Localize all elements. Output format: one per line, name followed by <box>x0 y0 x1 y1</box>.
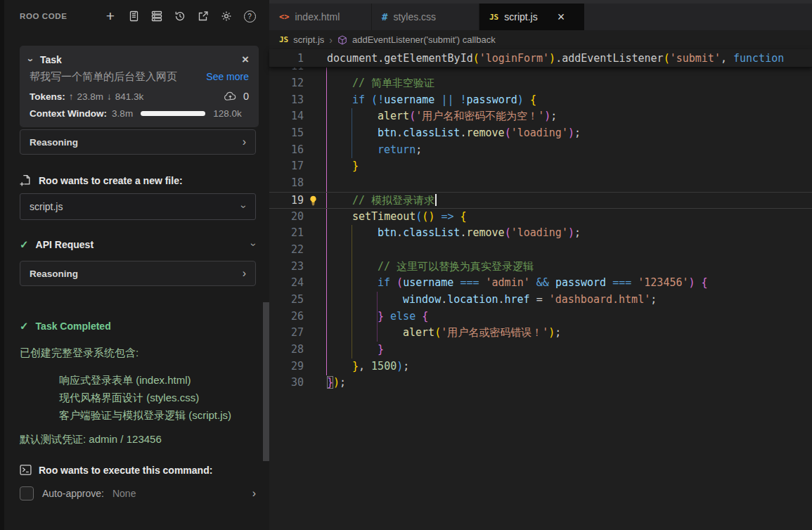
tab-close-icon[interactable]: × <box>558 10 565 25</box>
completion-item: 现代风格界面设计 (styles.css) <box>59 389 259 406</box>
code-line[interactable]: 19// 模拟登录请求 <box>269 192 812 209</box>
sticky-scroll-line[interactable]: 1 document.getElementById('loginForm').a… <box>269 49 812 67</box>
task-completed-row: ✓ Task Completed <box>20 320 259 332</box>
new-task-icon[interactable]: + <box>104 10 117 22</box>
code-line[interactable]: 16return; <box>269 142 812 159</box>
terminal-icon <box>20 464 32 476</box>
tab-styles-css[interactable]: # styles.css <box>372 4 479 30</box>
vscode-window: ROO CODE + <box>0 0 812 530</box>
symbol-callback-icon <box>337 35 347 45</box>
line-number: 13 <box>269 92 304 109</box>
completion-items: 响应式登录表单 (index.html) 现代风格界面设计 (styles.cs… <box>59 371 259 424</box>
cloud-upload-icon <box>224 91 237 101</box>
code-line[interactable]: 27alert('用户名或密码错误！'); <box>269 325 812 342</box>
line-number: 14 <box>269 108 304 125</box>
history-icon[interactable] <box>174 10 186 22</box>
code-line[interactable]: 26} else { <box>269 309 812 325</box>
see-more-link[interactable]: See more <box>206 71 249 82</box>
reasoning-section-2[interactable]: Reasoning › <box>20 261 256 286</box>
task-title: Task <box>40 54 62 65</box>
chevron-down-icon: › <box>239 205 250 209</box>
auto-approve-checkbox[interactable] <box>20 486 34 500</box>
chevron-right-icon[interactable]: › <box>252 487 256 500</box>
sidebar-header: ROO CODE + <box>20 0 259 32</box>
line-number: 21 <box>269 225 304 242</box>
code-line[interactable]: 23// 这里可以替换为真实登录逻辑 <box>269 259 812 276</box>
auto-approve-label: Auto-approve: <box>42 488 104 499</box>
code-line[interactable]: 25window.location.href = 'dashboard.html… <box>269 292 812 309</box>
tab-label: styles.css <box>393 11 436 22</box>
code-line[interactable]: 24if (username === 'admin' && password =… <box>269 275 812 292</box>
settings-gear-icon[interactable] <box>220 10 233 22</box>
code-line[interactable]: 29}, 1500); <box>269 358 812 375</box>
execute-command-label: Roo wants to execute this command: <box>39 465 212 476</box>
chevron-right-icon: › <box>243 267 246 280</box>
task-close-icon[interactable]: × <box>242 53 249 67</box>
code-line[interactable]: 15btn.classList.remove('loading'); <box>269 125 812 142</box>
reasoning-label: Reasoning <box>30 269 78 279</box>
chevron-down-icon: › <box>249 243 260 247</box>
extension-title: ROO CODE <box>20 12 67 20</box>
text-cursor <box>435 194 437 206</box>
line-number: 23 <box>269 259 304 276</box>
tokens-up-value: 23.8m <box>77 91 104 102</box>
auto-approve-row: Auto-approve: None › <box>20 486 256 500</box>
tokens-label: Tokens: <box>30 91 65 102</box>
api-request-row[interactable]: ✓ API Request › <box>20 238 256 251</box>
help-icon[interactable]: ? <box>243 10 256 22</box>
sidebar-edge <box>0 0 4 530</box>
completion-intro: 已创建完整登录系统包含: <box>20 347 259 360</box>
line-number: 22 <box>269 242 304 259</box>
tab-script-js[interactable]: JS script.js × <box>479 4 584 30</box>
task-card: › Task × 帮我写一个简单的后台登入网页 See more Tokens:… <box>20 46 259 127</box>
tokens-up-icon: ↑ <box>69 91 74 102</box>
line-number: 18 <box>269 175 304 192</box>
code-line[interactable]: 21btn.classList.remove('loading'); <box>269 225 812 242</box>
line-number: 29 <box>269 358 304 375</box>
check-icon: ✓ <box>20 320 29 332</box>
auto-approve-value: None <box>112 488 136 499</box>
new-file-dropdown[interactable]: script.js › <box>20 193 256 220</box>
line-number: 12 <box>269 75 304 92</box>
tokens-down-value: 841.3k <box>115 91 144 102</box>
reasoning-section-1[interactable]: Reasoning › <box>20 129 256 155</box>
code-area[interactable]: 1112// 简单非空验证13if (!username || !passwor… <box>269 67 812 392</box>
code-line[interactable]: 28} <box>269 342 812 358</box>
mcp-servers-icon[interactable] <box>150 10 163 22</box>
code-line[interactable]: 22 <box>269 242 812 259</box>
line-number: 26 <box>269 309 304 325</box>
code-line[interactable]: 20setTimeout(() => { <box>269 209 812 226</box>
task-completed-label: Task Completed <box>36 321 111 332</box>
api-request-label: API Request <box>36 239 94 250</box>
tab-index-html[interactable]: <> index.html <box>269 4 372 30</box>
context-used: 3.8m <box>112 108 133 119</box>
code-line[interactable]: 18 <box>269 175 812 192</box>
line-number: 30 <box>269 375 304 392</box>
tab-label: index.html <box>295 11 340 22</box>
code-line[interactable]: 11 <box>269 67 812 75</box>
lightbulb-icon[interactable] <box>308 195 318 206</box>
breadcrumb-symbol[interactable]: addEventListener('submit') callback <box>352 34 496 45</box>
breadcrumbs[interactable]: JS script.js › addEventListener('submit'… <box>269 30 812 49</box>
breadcrumb-file[interactable]: script.js <box>293 34 324 45</box>
code-line[interactable]: 30}); <box>269 375 812 392</box>
chevron-right-icon: › <box>243 136 246 148</box>
tab-label: script.js <box>504 11 537 22</box>
sidebar-scrollbar[interactable] <box>263 302 269 461</box>
code-line[interactable]: 17} <box>269 158 812 175</box>
code-line[interactable]: 13if (!username || !password) { <box>269 92 812 109</box>
new-file-icon <box>20 174 32 186</box>
new-file-name: script.js <box>30 201 63 212</box>
code-line[interactable]: 12// 简单非空验证 <box>269 75 812 92</box>
code-line[interactable]: 14alert('用户名和密码不能为空！'); <box>269 108 812 125</box>
line-number: 17 <box>269 158 304 175</box>
line-number: 19 <box>269 193 304 208</box>
task-collapse-icon[interactable]: › <box>25 58 37 62</box>
html-file-icon: <> <box>279 12 289 22</box>
tokens-down-icon: ↓ <box>107 91 112 102</box>
line-number: 16 <box>269 142 304 159</box>
open-in-editor-icon[interactable] <box>197 10 210 22</box>
completion-item: 客户端验证与模拟登录逻辑 (script.js) <box>59 406 259 424</box>
line-number: 20 <box>269 209 304 226</box>
notebook-icon[interactable] <box>127 10 140 22</box>
